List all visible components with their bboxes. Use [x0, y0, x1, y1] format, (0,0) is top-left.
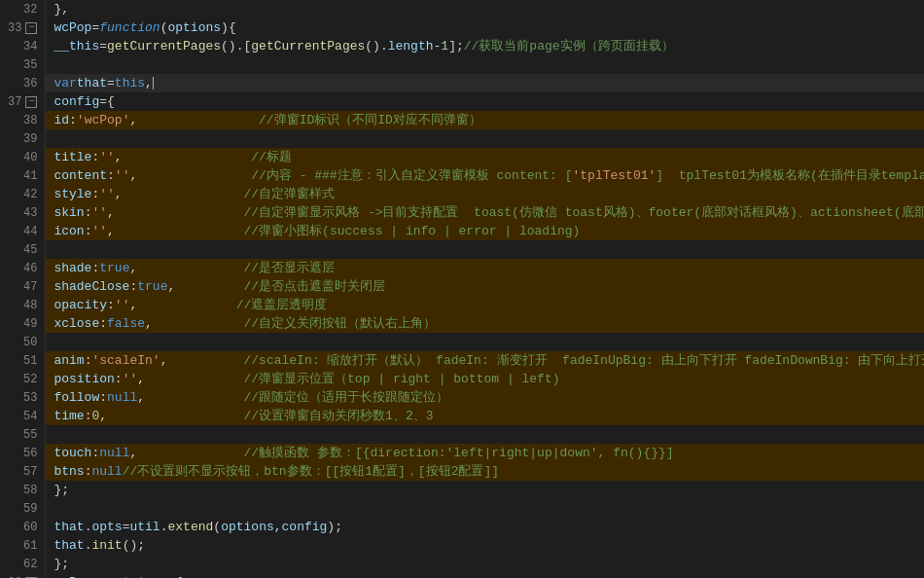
line-number-45: 45	[8, 240, 37, 259]
line-number-34: 34	[8, 37, 37, 55]
line-number-60: 60	[8, 518, 37, 536]
code-line-39	[46, 129, 924, 148]
line-number-53: 53	[8, 388, 37, 407]
code-line-35	[46, 55, 924, 74]
code-line-51: anim: 'scaleIn', //scaleIn: 缩放打开（默认） fad…	[46, 351, 924, 370]
line-number-44: 44	[8, 222, 37, 240]
line-number-48: 48	[8, 296, 37, 314]
line-number-57: 57	[8, 462, 37, 481]
code-line-40: title: '', //标题	[46, 148, 924, 166]
line-number-32: 32	[8, 0, 37, 18]
code-line-41: content: '', //内容 - ###注意：引入自定义弹窗模板 cont…	[46, 166, 924, 185]
line-number-62: 62	[8, 555, 37, 573]
line-number-39: 39	[8, 129, 37, 148]
code-line-37: config = {	[46, 92, 924, 111]
code-line-43: skin: '', //自定弹窗显示风格 ->目前支持配置 toast(仿微信 …	[46, 203, 924, 222]
code-editor: 3233−34353637−38394041424344454647484950…	[0, 0, 924, 578]
code-line-57: btns: null //不设置则不显示按钮，btn参数：[[按钮1配置]，[按…	[46, 462, 924, 481]
code-line-54: time: 0, //设置弹窗自动关闭秒数1、2、3	[46, 407, 924, 425]
line-number-40: 40	[8, 148, 37, 166]
code-area: 3233−34353637−38394041424344454647484950…	[0, 0, 924, 578]
code-line-53: follow: null, //跟随定位（适用于长按跟随定位）	[46, 388, 924, 407]
code-line-56: touch: null, //触摸函数 参数：[{direction:'left…	[46, 444, 924, 462]
code-line-47: shadeClose: true, //是否点击遮盖时关闭层	[46, 277, 924, 296]
line-number-38: 38	[8, 111, 37, 129]
code-line-48: opacity: '', //遮盖层透明度	[46, 296, 924, 314]
line-number-54: 54	[8, 407, 37, 425]
line-number-37: 37−	[8, 92, 37, 111]
code-line-46: shade: true, //是否显示遮层	[46, 259, 924, 277]
line-number-47: 47	[8, 277, 37, 296]
code-line-49: xclose: false, //自定义关闭按钮（默认右上角）	[46, 314, 924, 333]
code-line-59	[46, 499, 924, 518]
code-line-36: var that = this,	[46, 74, 924, 92]
code-line-62: };	[46, 555, 924, 573]
code-line-42: style: '', //自定弹窗样式	[46, 185, 924, 203]
line-number-63: 63−	[8, 573, 37, 578]
line-number-56: 56	[8, 444, 37, 462]
line-number-49: 49	[8, 314, 37, 333]
line-number-35: 35	[8, 55, 37, 74]
code-line-44: icon: '', //弹窗小图标(success | info | error…	[46, 222, 924, 240]
line-number-55: 55	[8, 425, 37, 444]
fold-icon-37[interactable]: −	[25, 96, 37, 108]
code-line-50	[46, 333, 924, 351]
line-number-43: 43	[8, 203, 37, 222]
line-number-61: 61	[8, 536, 37, 555]
line-number-46: 46	[8, 259, 37, 277]
code-line-55	[46, 425, 924, 444]
code-line-60: that.opts = util.extend(options, config)…	[46, 518, 924, 536]
line-number-42: 42	[8, 185, 37, 203]
code-line-45	[46, 240, 924, 259]
line-numbers: 3233−34353637−38394041424344454647484950…	[0, 0, 46, 578]
line-number-50: 50	[8, 333, 37, 351]
line-number-41: 41	[8, 166, 37, 185]
code-line-34: __this = getCurrentPages().[getCurrentPa…	[46, 37, 924, 55]
line-number-58: 58	[8, 481, 37, 499]
line-number-36: 36	[8, 74, 37, 92]
code-line-52: position: '', //弹窗显示位置（top | right | bot…	[46, 370, 924, 388]
fold-icon-33[interactable]: −	[25, 22, 37, 34]
code-line-63: wcPop.prototype = {	[46, 573, 924, 578]
code-line-33: wcPop = function(options){	[46, 18, 924, 37]
line-number-51: 51	[8, 351, 37, 370]
code-content[interactable]: }, wcPop = function(options){ __this = g…	[46, 0, 924, 578]
line-number-52: 52	[8, 370, 37, 388]
line-number-33: 33−	[8, 18, 37, 37]
code-line-61: that.init();	[46, 536, 924, 555]
code-line-38: id: 'wcPop', //弹窗ID标识（不同ID对应不同弹窗）	[46, 111, 924, 129]
code-line-58: };	[46, 481, 924, 499]
line-number-59: 59	[8, 499, 37, 518]
code-line-32: },	[46, 0, 924, 18]
